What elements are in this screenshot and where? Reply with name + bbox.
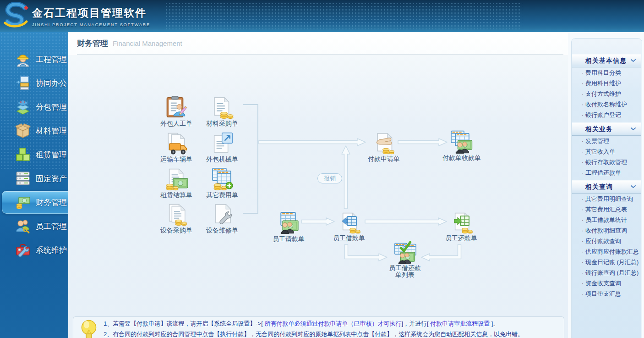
sidebar-item-material-management[interactable]: 材料管理 bbox=[0, 119, 68, 143]
flow-node-label: 付款单收款单 bbox=[437, 155, 487, 161]
sidebar-item-label: 财务管理 bbox=[36, 197, 67, 208]
reimburse-pill-label: 报销 bbox=[317, 173, 342, 183]
link-bank-account-query-monthly[interactable]: 银行账查询 (月汇总) bbox=[572, 267, 641, 278]
sidebar-item-label: 工程管理 bbox=[36, 54, 67, 65]
tip-text-segment: 1、若需要【付款申请】该流程，请开启【系统全局设置】->[ bbox=[104, 320, 264, 327]
link-expense-subject-maintenance[interactable]: 费用科目维护 bbox=[572, 78, 641, 89]
link-fund-income-expense-query[interactable]: 资金收支查询 bbox=[572, 278, 641, 288]
link-employee-loan-statistics[interactable]: 员工借款单统计 bbox=[572, 215, 641, 225]
tip-line-2: 2、有合同的付款到对应的合同管理中点击【执行付款】，无合同的付款到对应的原始单据… bbox=[104, 329, 561, 338]
section-header-related-queries[interactable]: 相关查询 bbox=[572, 180, 641, 194]
flow-node-label: 员工请款单 bbox=[263, 236, 314, 243]
sidebar-item-label: 材料管理 bbox=[36, 126, 67, 136]
link-other-income-order[interactable]: 其它收入单 bbox=[572, 146, 641, 157]
flow-node-outsourced-machinery-order[interactable]: 外包机械单 bbox=[197, 131, 247, 163]
tip-text-segment: ]，并进行[ bbox=[401, 320, 430, 327]
employee-repayment-order-icon bbox=[449, 210, 473, 234]
panel-top-spacer bbox=[572, 39, 641, 54]
chevron-down-icon bbox=[631, 127, 636, 131]
flow-node-label: 租赁结算单 bbox=[151, 192, 202, 199]
link-project-loan-repayment-order[interactable]: 工程借还款单 bbox=[572, 167, 641, 178]
worker-icon bbox=[15, 51, 31, 67]
tip-text-segment: ]。 bbox=[490, 320, 499, 327]
flow-node-employee-repayment-order[interactable]: 员工还款单 bbox=[436, 210, 486, 242]
link-supplier-payable-summary[interactable]: 供应商应付账款汇总 bbox=[572, 246, 641, 257]
link-bank-deposit-withdrawal-management[interactable]: 银行存取款管理 bbox=[572, 157, 641, 167]
link-payee-name-maintenance[interactable]: 收付款名称维护 bbox=[572, 99, 641, 110]
outsourced-machinery-order-icon bbox=[210, 131, 234, 155]
flow-node-payment-receipt-order[interactable]: 付款单收款单 bbox=[437, 130, 487, 161]
flow-node-employee-loan-list[interactable]: 员工借还款 单列表 bbox=[380, 240, 430, 278]
section-title: 相关基本信息 bbox=[585, 57, 627, 65]
sidebar-item-label: 分包管理 bbox=[36, 102, 67, 112]
flow-node-label: 设备采购单 bbox=[151, 227, 202, 234]
sidebar-item-label: 租赁管理 bbox=[36, 150, 67, 160]
flow-node-employee-loan-order[interactable]: 员工借款单 bbox=[324, 210, 374, 242]
link-invoice-management[interactable]: 发票管理 bbox=[572, 136, 641, 146]
flow-node-outsourced-labor-order[interactable]: 外包人工单 bbox=[151, 95, 202, 127]
setting-link-approval-flow-setup[interactable]: 付款申请审批流程设置 bbox=[430, 320, 490, 327]
link-expense-subject-category[interactable]: 费用科目分类 bbox=[572, 67, 641, 78]
section-header-related-business[interactable]: 相关业务 bbox=[572, 122, 641, 136]
toolbox-wrench-icon bbox=[15, 242, 31, 258]
flow-node-label-line1: 员工借还款 bbox=[380, 265, 430, 272]
flow-node-label: 运输车辆单 bbox=[151, 156, 202, 163]
section-title: 相关业务 bbox=[585, 125, 613, 133]
sidebar-item-fixed-assets[interactable]: 固定资产 bbox=[0, 166, 68, 190]
employee-loan-order-icon bbox=[337, 210, 361, 234]
sidebar-item-project-management[interactable]: 工程管理 bbox=[0, 47, 68, 71]
employee-loan-list-icon bbox=[393, 240, 417, 264]
flow-node-label: 外包人工单 bbox=[151, 120, 202, 127]
main-content-panel: 财务管理 Financial Management 报销 外包人工 bbox=[68, 32, 568, 338]
app-title: 金石工程项目管理软件 bbox=[32, 6, 150, 20]
main-nav-sidebar: 工程管理 协同办公 分包管理 bbox=[0, 32, 68, 338]
layers-icon bbox=[15, 99, 31, 115]
chevron-down-icon bbox=[631, 59, 636, 62]
link-cash-journal-monthly[interactable]: 现金日记账 (月汇总) bbox=[572, 257, 641, 267]
sidebar-item-label: 员工管理 bbox=[36, 221, 67, 232]
link-bank-account-registration[interactable]: 银行账户登记 bbox=[572, 110, 641, 120]
employee-payment-request-icon bbox=[277, 211, 300, 235]
flow-node-label: 外包机械单 bbox=[197, 156, 247, 163]
flow-node-label: 付款申请单 bbox=[359, 155, 409, 162]
lease-settlement-order-icon bbox=[164, 167, 188, 191]
flow-node-equipment-purchase-order[interactable]: 设备采购单 bbox=[151, 202, 202, 234]
section-title: 相关查询 bbox=[585, 183, 613, 191]
world-map-dots-decoration bbox=[165, 2, 522, 29]
sidebar-item-label: 协同办公 bbox=[36, 78, 67, 89]
sidebar-item-employee-management[interactable]: 员工管理 bbox=[0, 214, 68, 238]
flow-node-label: 员工借款单 bbox=[324, 235, 374, 242]
lightbulb-icon bbox=[79, 319, 99, 338]
flow-node-label: 员工还款单 bbox=[436, 235, 486, 242]
link-accounts-payable-query[interactable]: 应付账款查询 bbox=[572, 236, 641, 246]
setting-link-payment-must-be-approved[interactable]: 所有付款单必须通过付款申请单（已审核）才可执行 bbox=[264, 320, 401, 327]
flow-node-payment-request-order[interactable]: 付款申请单 bbox=[359, 131, 409, 162]
flow-node-other-expense-order[interactable]: 其它费用单 bbox=[197, 167, 247, 199]
arrow-sources-to-payment-request bbox=[259, 139, 366, 146]
flow-connectors bbox=[68, 32, 568, 338]
flow-node-label: 设备维修单 bbox=[197, 227, 247, 234]
flow-node-equipment-repair-order[interactable]: 设备维修单 bbox=[197, 202, 247, 234]
flow-node-material-purchase-order[interactable]: 材料采购单 bbox=[197, 95, 247, 127]
flow-node-transport-vehicle-order[interactable]: 运输车辆单 bbox=[151, 131, 202, 163]
sidebar-item-lease-management[interactable]: 租赁管理 bbox=[0, 143, 68, 166]
link-payment-method-maintenance[interactable]: 支付方式维护 bbox=[572, 89, 641, 99]
section-header-basic-info[interactable]: 相关基本信息 bbox=[572, 54, 641, 67]
tips-text: 1、若需要【付款申请】该流程，请开启【系统全局设置】->[ 所有付款单必须通过付… bbox=[104, 318, 561, 338]
flow-node-lease-settlement-order[interactable]: 租赁结算单 bbox=[151, 167, 202, 199]
link-payment-detail-query[interactable]: 收付款明细查询 bbox=[572, 225, 641, 236]
link-other-expense-summary[interactable]: 其它费用汇总表 bbox=[572, 204, 641, 215]
link-project-advance-summary[interactable]: 项目垫支汇总 bbox=[572, 288, 641, 299]
office-docs-icon bbox=[15, 75, 31, 91]
app-subtitle: JINSHI PROJECT MANAGEMENT SOFTWARE bbox=[32, 22, 150, 27]
transport-vehicle-order-icon bbox=[164, 131, 188, 155]
jinshi-logo-icon bbox=[4, 2, 29, 29]
sidebar-item-system-maintenance[interactable]: 系统维护 bbox=[0, 238, 68, 262]
arrow-loan-to-repay bbox=[365, 218, 447, 225]
link-other-expense-detail-query[interactable]: 其它费用明细查询 bbox=[572, 194, 641, 204]
payment-receipt-order-icon bbox=[450, 130, 474, 154]
sidebar-item-subcontract-management[interactable]: 分包管理 bbox=[0, 95, 68, 119]
sidebar-item-financial-management[interactable]: 财务管理 bbox=[0, 190, 68, 214]
flow-node-employee-payment-request[interactable]: 员工请款单 bbox=[263, 211, 314, 243]
sidebar-item-collaborative-office[interactable]: 协同办公 bbox=[0, 71, 68, 95]
